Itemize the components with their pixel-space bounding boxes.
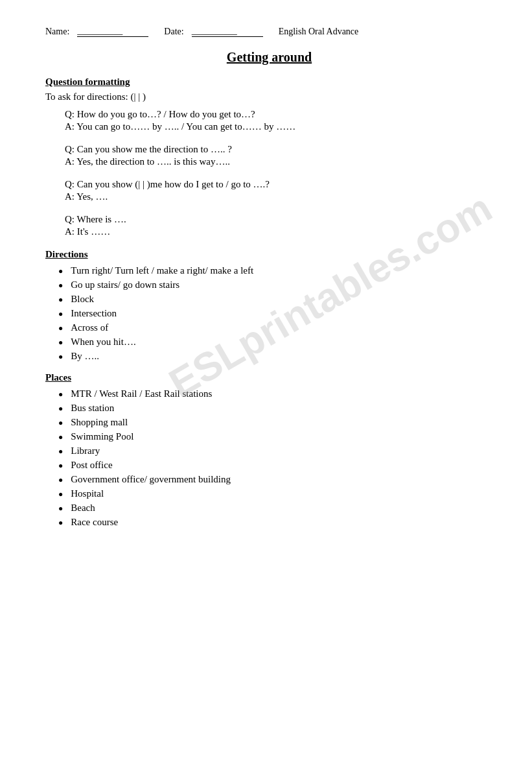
list-item: Swimming Pool: [58, 431, 493, 442]
directions-section: Directions Turn right/ Turn left / make …: [45, 249, 493, 362]
directions-subheading: To ask for directions: (| | ): [45, 91, 493, 102]
list-item: Post office: [58, 460, 493, 471]
list-item: Shopping mall: [58, 417, 493, 428]
a4: A: It's ……: [65, 226, 493, 237]
q1: Q: How do you go to…? / How do you get t…: [65, 109, 493, 120]
name-label: Name:: [45, 27, 69, 37]
list-item: Block: [58, 294, 493, 305]
name-field: __________: [77, 26, 148, 37]
places-heading: Places: [45, 372, 493, 383]
header-line: Name: __________ Date: __________ Englis…: [45, 26, 493, 37]
list-item: Across of: [58, 322, 493, 333]
places-section: Places MTR / West Rail / East Rail stati…: [45, 372, 493, 528]
qa-item-1: Q: How do you go to…? / How do you get t…: [65, 109, 493, 132]
date-label: Date:: [164, 27, 183, 37]
list-item: Library: [58, 445, 493, 456]
q2: Q: Can you show me the direction to ….. …: [65, 144, 493, 155]
list-item: Government office/ government building: [58, 474, 493, 485]
list-item: Beach: [58, 503, 493, 514]
list-item: MTR / West Rail / East Rail stations: [58, 388, 493, 399]
list-item: Intersection: [58, 308, 493, 319]
page-title: Getting around: [45, 50, 493, 65]
qa-item-4: Q: Where is …. A: It's ……: [65, 214, 493, 237]
a3: A: Yes, ….: [65, 191, 493, 202]
q4: Q: Where is ….: [65, 214, 493, 225]
a1: A: You can go to…… by ….. / You can get …: [65, 121, 493, 132]
directions-heading: Directions: [45, 249, 493, 260]
a2: A: Yes, the direction to ….. is this way…: [65, 156, 493, 167]
q3: Q: Can you show (| | )me how do I get to…: [65, 179, 493, 190]
question-formatting-heading: Question formatting: [45, 77, 493, 88]
list-item: Race course: [58, 517, 493, 528]
date-field: __________: [192, 26, 263, 37]
places-list: MTR / West Rail / East Rail stations Bus…: [58, 388, 493, 528]
qa-item-3: Q: Can you show (| | )me how do I get to…: [65, 179, 493, 202]
list-item: Go up stairs/ go down stairs: [58, 279, 493, 290]
list-item: By …..: [58, 351, 493, 362]
list-item: Hospital: [58, 488, 493, 499]
qa-item-2: Q: Can you show me the direction to ….. …: [65, 144, 493, 167]
list-item: When you hit….: [58, 337, 493, 348]
question-formatting-section: Question formatting To ask for direction…: [45, 77, 493, 237]
course-label: English Oral Advance: [279, 27, 359, 37]
list-item: Turn right/ Turn left / make a right/ ma…: [58, 265, 493, 276]
directions-list: Turn right/ Turn left / make a right/ ma…: [58, 265, 493, 362]
list-item: Bus station: [58, 403, 493, 414]
